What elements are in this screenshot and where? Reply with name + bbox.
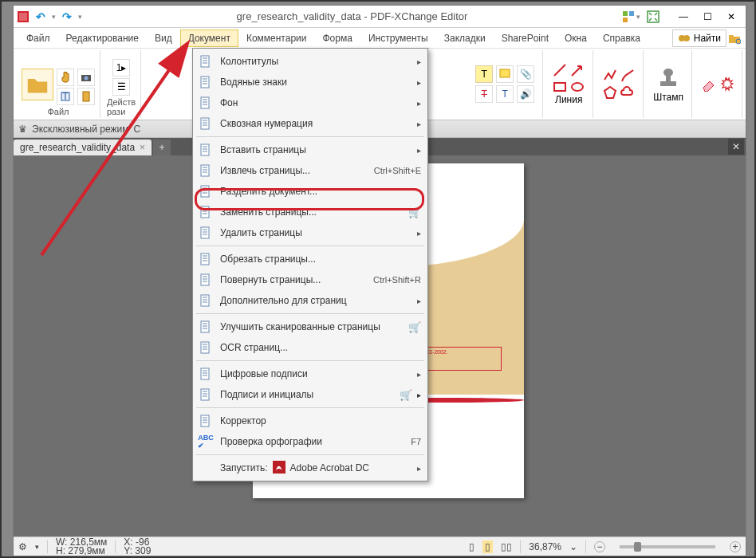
options-gear-icon[interactable]: ⚙ [18, 541, 27, 552]
star-shape-icon[interactable] [719, 77, 734, 92]
menu-item-21[interactable]: Корректор [193, 411, 427, 431]
text-tool-icon[interactable]: T [57, 88, 74, 105]
menu-help[interactable]: Справка [595, 29, 648, 47]
rect-shape-icon[interactable] [553, 80, 567, 94]
cloud-icon[interactable] [620, 85, 635, 100]
layout-single-icon[interactable]: ▯ [469, 541, 474, 552]
menu-separator [196, 313, 424, 314]
close-button[interactable]: ✕ [720, 9, 742, 25]
menu-item-label: Заменить страницы... [220, 206, 317, 218]
pencil-icon[interactable] [620, 69, 635, 83]
ribbon-annot-group: T 📎 T T 🔊 [467, 50, 543, 118]
oval-shape-icon[interactable] [570, 80, 585, 94]
menu-item-icon [198, 142, 214, 158]
menu-view[interactable]: Вид [147, 29, 180, 47]
zoom-value[interactable]: 36,87% [529, 541, 561, 552]
minimize-button[interactable]: — [672, 9, 695, 25]
ribbon-poly-group [595, 50, 644, 118]
tabstrip-close-button[interactable]: ✕ [728, 139, 744, 155]
menu-item-6[interactable]: Извлечь страницы...Ctrl+Shift+E [193, 160, 427, 181]
find-button[interactable]: Найти [672, 29, 726, 47]
polyline-icon[interactable] [603, 69, 617, 83]
open-folder-icon[interactable] [728, 32, 741, 45]
submenu-arrow-icon: ▸ [417, 78, 421, 87]
menu-item-0[interactable]: Колонтитулы▸ [193, 51, 427, 72]
highlight-icon[interactable]: T [475, 65, 493, 83]
tab-close-icon[interactable]: × [140, 142, 145, 153]
submenu-arrow-icon: ▸ [417, 370, 421, 379]
stamp-icon[interactable] [656, 66, 681, 92]
fit-icon[interactable] [647, 10, 660, 23]
menu-item-1[interactable]: Водяные знаки▸ [193, 72, 427, 92]
menu-item-3[interactable]: Сквозная нумерация▸ [193, 113, 427, 134]
menu-item-12[interactable]: Повернуть страницы...Ctrl+Shift+R [193, 269, 427, 290]
actions-icon-2[interactable]: ☰ [112, 78, 130, 96]
menu-comments[interactable]: Комментарии [238, 29, 315, 47]
menu-item-16[interactable]: OCR страниц... [193, 337, 427, 358]
eraser-icon[interactable] [702, 77, 716, 92]
menu-separator [196, 246, 424, 246]
menu-windows[interactable]: Окна [557, 29, 595, 47]
sound-icon[interactable]: 🔊 [517, 85, 534, 103]
document-tab[interactable]: gre_research_validity_data × [14, 140, 152, 155]
menu-form[interactable]: Форма [314, 29, 360, 47]
acrobat-icon [268, 461, 290, 476]
layout-facing-icon[interactable]: ▯▯ [501, 541, 512, 552]
zoom-in-button[interactable]: + [730, 541, 741, 552]
menu-item-22[interactable]: ABC✔Проверка орфографииF7 [193, 431, 427, 452]
menu-bookmarks[interactable]: Закладки [436, 29, 494, 47]
zoom-out-button[interactable]: − [594, 541, 605, 552]
actions-icon-1[interactable]: 1▸ [112, 59, 130, 77]
menu-item-label: Удалить страницы [220, 227, 302, 238]
cart-icon: 🛒 [400, 389, 412, 401]
menu-file[interactable]: Файл [18, 29, 58, 47]
menu-item-11[interactable]: Обрезать страницы... [193, 249, 427, 269]
hand-tool-icon[interactable] [57, 69, 74, 86]
attach-icon[interactable]: 📎 [517, 65, 534, 83]
layout-continuous-icon[interactable]: ▯ [482, 540, 493, 553]
undo-button[interactable]: ↶ [34, 10, 47, 23]
menu-edit[interactable]: Редактирование [58, 29, 147, 47]
svg-rect-67 [201, 321, 209, 332]
note-icon[interactable] [496, 65, 514, 83]
menu-item-icon [198, 74, 214, 90]
new-tab-button[interactable]: + [153, 140, 171, 155]
menu-item-13[interactable]: Дополнительно для страниц▸ [193, 290, 427, 311]
menu-item-icon [198, 293, 214, 308]
redo-button[interactable]: ↷ [61, 10, 73, 23]
arrow-shape-icon[interactable] [570, 63, 585, 77]
titlebar: ↶ ▾ ↷ ▾ gre_research_validity_data - PDF… [14, 6, 746, 28]
maximize-button[interactable]: ☐ [696, 9, 719, 25]
menu-item-2[interactable]: Фон▸ [193, 92, 427, 113]
svg-rect-3 [623, 18, 628, 22]
menu-separator [196, 407, 424, 408]
menu-item-15[interactable]: Улучшить сканированные страницы🛒 [193, 316, 427, 337]
line-shape-icon[interactable] [553, 63, 567, 77]
clipboard-icon[interactable] [77, 88, 95, 105]
menu-item-8[interactable]: Заменить страницы...🛒 [193, 202, 427, 222]
ui-options-icon[interactable] [622, 10, 635, 23]
exclusive-mode-label[interactable]: Эксклюзивный режим [32, 124, 128, 135]
svg-rect-19 [201, 56, 209, 67]
polygon-icon[interactable] [603, 85, 617, 100]
svg-rect-63 [201, 295, 209, 306]
svg-rect-39 [201, 165, 209, 176]
menu-shortcut: Ctrl+Shift+E [374, 166, 421, 175]
menu-item-9[interactable]: Удалить страницы▸ [193, 222, 427, 243]
menu-item-5[interactable]: Вставить страницы▸ [193, 140, 427, 160]
menu-document[interactable]: Документ [180, 29, 238, 47]
strike-icon[interactable]: T [475, 85, 493, 103]
file-open-icon[interactable] [22, 69, 53, 100]
zoom-dropdown-icon[interactable]: ⌄ [569, 541, 577, 552]
svg-rect-31 [201, 118, 209, 129]
menu-tools[interactable]: Инструменты [360, 29, 436, 47]
menu-item-18[interactable]: Цифровые подписи▸ [193, 363, 427, 384]
menu-item-24[interactable]: Запустить:Adobe Acrobat DC▸ [193, 458, 427, 478]
textbox-icon[interactable]: T [496, 85, 514, 103]
menu-item-19[interactable]: Подписи и инициалы🛒▸ [193, 384, 427, 405]
menu-sharepoint[interactable]: SharePoint [494, 29, 557, 47]
snapshot-icon[interactable] [77, 69, 95, 86]
soglasov-label[interactable]: С [133, 124, 140, 135]
zoom-slider[interactable] [620, 545, 715, 548]
menu-item-7[interactable]: Разделить документ... [193, 181, 427, 202]
